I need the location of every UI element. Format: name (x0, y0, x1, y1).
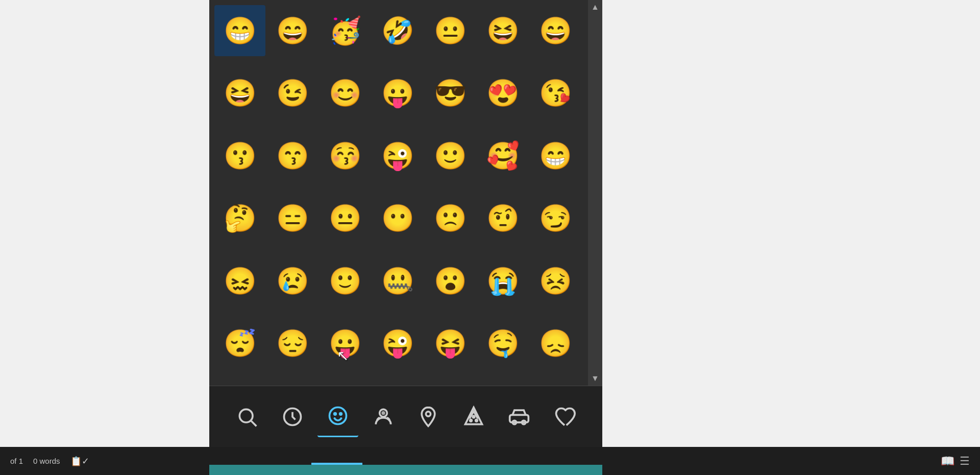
emoji-cell[interactable]: 😣 (530, 255, 581, 306)
activity-icon (417, 406, 439, 428)
emoji-cell[interactable]: 🙁 (425, 193, 476, 244)
toolbar-search-btn[interactable] (227, 396, 267, 437)
emoji-cell[interactable]: 😔 (267, 318, 318, 369)
emoji-cell[interactable]: 😐 (320, 193, 371, 244)
emoji-cell[interactable]: 🤔 (214, 193, 265, 244)
emoji-cell[interactable]: 🙂 (320, 255, 371, 306)
emoji-cell[interactable]: 🙂 (425, 130, 476, 181)
emoji-cell[interactable]: 🤣 (372, 5, 423, 56)
emoji-cell[interactable]: 😊 (320, 68, 371, 119)
page-indicator: of 1 (10, 457, 23, 465)
teal-bottom-bar (209, 465, 602, 475)
emoji-cell[interactable]: 😑 (267, 193, 318, 244)
emoji-cell[interactable]: 😴 (214, 318, 265, 369)
toolbar-travel-btn[interactable] (499, 396, 540, 437)
travel-icon (508, 406, 530, 428)
emoji-cell[interactable]: 😆 (478, 5, 529, 56)
emoji-cell[interactable]: 😎 (425, 68, 476, 119)
emoji-cell[interactable]: 🥰 (478, 130, 529, 181)
active-tab-indicator (311, 463, 362, 465)
scroll-down-arrow[interactable]: ▼ (591, 374, 599, 383)
emoji-cell[interactable]: 😚 (320, 130, 371, 181)
clock-icon (281, 406, 304, 428)
toolbar-emoji-btn[interactable] (317, 396, 358, 437)
emoji-cell[interactable]: 😭 (478, 255, 529, 306)
search-icon (236, 406, 258, 428)
emoji-cell[interactable]: 😆 (214, 68, 265, 119)
toolbar-people-btn[interactable] (363, 396, 404, 437)
toolbar-food-btn[interactable] (453, 396, 494, 437)
svg-point-8 (426, 411, 431, 416)
document-left-bg (0, 0, 209, 475)
svg-point-10 (476, 419, 478, 421)
emoji-cell[interactable]: 😶 (372, 193, 423, 244)
emoji-cell[interactable]: 🤤 (478, 318, 529, 369)
svg-point-3 (329, 408, 346, 424)
document-right-bg (602, 0, 980, 475)
svg-point-5 (340, 413, 342, 415)
emoji-cell[interactable]: 😢 (267, 255, 318, 306)
emoji-cell[interactable]: 🤐 (372, 255, 423, 306)
heart-icon (553, 406, 576, 428)
emoji-cell[interactable]: 😜 (372, 318, 423, 369)
emoji-cell[interactable]: 😉 (267, 68, 318, 119)
word-count: 0 words (33, 457, 60, 465)
svg-point-11 (473, 416, 475, 418)
emoji-cell[interactable]: 😄 (530, 5, 581, 56)
svg-line-1 (252, 421, 257, 426)
emoji-cell[interactable]: 😞 (530, 318, 581, 369)
emoji-cell[interactable]: 😗 (214, 130, 265, 181)
emoji-cell[interactable]: 😍 (478, 68, 529, 119)
svg-point-4 (334, 413, 336, 415)
emoji-cell[interactable]: 😛 (372, 68, 423, 119)
emoji-icon (327, 405, 349, 427)
lines-icon: ☰ (960, 455, 970, 468)
scroll-up-arrow[interactable]: ▲ (591, 3, 599, 12)
emoji-cell[interactable]: 😁 (214, 5, 265, 56)
emoji-cell[interactable]: 😮 (425, 255, 476, 306)
emoji-cell[interactable]: 😄 (267, 5, 318, 56)
svg-point-0 (240, 409, 253, 422)
emoji-cell[interactable]: 😝 (425, 318, 476, 369)
emoji-cell[interactable]: 😙 (267, 130, 318, 181)
emoji-cell[interactable]: 🤨 (478, 193, 529, 244)
emoji-cell[interactable]: 😖 (214, 255, 265, 306)
emoji-cell[interactable]: 🥳 (320, 5, 371, 56)
emoji-cell[interactable]: 😜 (372, 130, 423, 181)
people-icon (372, 406, 395, 428)
book-icon: 📖 (941, 455, 954, 468)
svg-point-7 (381, 411, 385, 415)
emoji-cell[interactable]: 😏 (530, 193, 581, 244)
emoji-cell[interactable]: 😁 (530, 130, 581, 181)
doc-check-icon: 📋✓ (70, 456, 89, 467)
emoji-cell[interactable]: 😛 (320, 318, 371, 369)
toolbar-favorites-btn[interactable] (544, 396, 585, 437)
emoji-cell[interactable]: 😐 (425, 5, 476, 56)
toolbar-recent-btn[interactable] (272, 396, 313, 437)
svg-point-9 (470, 419, 472, 421)
picker-scrollbar[interactable]: ▲ ▼ (588, 0, 602, 386)
food-icon (462, 406, 485, 428)
emoji-toolbar (209, 386, 602, 447)
emoji-cell[interactable]: 😘 (530, 68, 581, 119)
emoji-grid: 😁😄🥳🤣😐😆😄😆😉😊😛😎😍😘😗😙😚😜🙂🥰😁🤔😑😐😶🙁🤨😏😖😢🙂🤐😮😭😣😴😔😛😜😝… (209, 0, 602, 386)
toolbar-activity-btn[interactable] (408, 396, 449, 437)
emoji-picker-panel: ▲ ▼ 😁😄🥳🤣😐😆😄😆😉😊😛😎😍😘😗😙😚😜🙂🥰😁🤔😑😐😶🙁🤨😏😖😢🙂🤐😮😭😣😴… (209, 0, 602, 447)
